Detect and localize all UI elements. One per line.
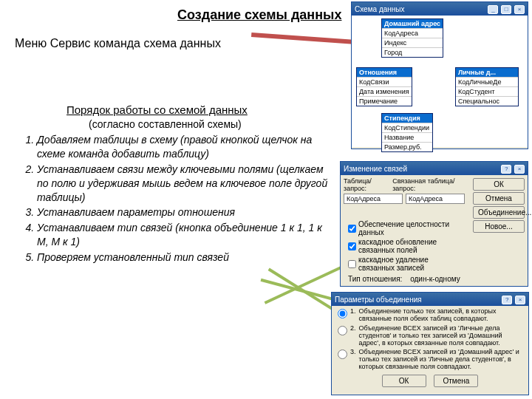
table-name: Отношения <box>357 68 412 77</box>
minimize-icon[interactable]: _ <box>488 5 498 14</box>
menu-path: Меню Сервис команда схема данных <box>15 37 221 50</box>
field[interactable]: Название <box>382 132 432 142</box>
list-item: Устанавливаем тип связей (кнопка объедин… <box>37 221 332 249</box>
field[interactable]: КодЛичныеДе <box>456 77 518 86</box>
window-title: Параметры объединения <box>335 296 422 304</box>
schema-window: Схема данных _ □ × Домашний адрес КодАдр… <box>351 1 528 149</box>
ok-button[interactable]: ОК <box>473 178 525 191</box>
table-box[interactable]: Отношения КодСвязи Дата изменения Примеч… <box>356 67 412 106</box>
steps-subheading: (согласно составленной схемы) <box>89 118 242 130</box>
window-title: Схема данных <box>355 5 405 13</box>
table-name: Домашний адрес <box>382 19 443 28</box>
steps-heading: Порядок работы со схемой данных <box>66 103 248 116</box>
field-cell[interactable]: КодАдреса <box>344 194 403 204</box>
field[interactable]: Специальнос <box>456 96 518 106</box>
radio-join-1[interactable]: 1.Объединение только тех записей, в кото… <box>338 308 522 323</box>
titlebar[interactable]: Схема данных _ □ × <box>352 2 528 16</box>
list-item: Устанавливаем связи между ключевыми поля… <box>37 163 332 205</box>
field[interactable]: Дата изменения <box>357 86 412 96</box>
field[interactable]: КодСвязи <box>357 77 412 86</box>
checkbox-cascade-delete[interactable]: каскадное удаление связанных записей <box>348 256 463 272</box>
join-params-window: Параметры объединения ? × 1.Объединение … <box>331 292 529 395</box>
edit-relationship-window: Изменение связей ? × Таблица/запрос: Свя… <box>340 161 528 287</box>
window-title: Изменение связей <box>344 165 407 173</box>
field[interactable]: КодАдреса <box>382 28 443 38</box>
field[interactable]: Город <box>382 47 443 57</box>
close-icon[interactable]: × <box>514 165 525 174</box>
radio-join-2[interactable]: 2.Объединение ВСЕХ записей из 'Личные де… <box>338 325 522 347</box>
list-item: Проверяем установленный тип связей <box>37 250 332 265</box>
list-item: Добавляем таблицы в схему (правой кнопко… <box>37 133 332 161</box>
label: Таблица/запрос: <box>344 177 388 192</box>
table-name: Личные д... <box>456 68 518 77</box>
titlebar[interactable]: Параметры объединения ? × <box>332 293 528 306</box>
num: 3. <box>350 349 356 356</box>
num: 2. <box>350 325 356 332</box>
field[interactable]: Индекс <box>382 38 443 47</box>
checkbox-integrity[interactable]: Обеспечение целостности данных <box>348 220 463 236</box>
close-icon[interactable]: × <box>515 296 525 304</box>
page-title: Создание схемы данных <box>177 7 341 23</box>
label: Связанная таблица/запрос: <box>392 177 467 192</box>
field[interactable]: Размер,руб. <box>382 142 432 151</box>
table-box[interactable]: Домашний адрес КодАдреса Индекс Город <box>381 18 443 58</box>
relation-type-value: один-к-одному <box>410 275 460 283</box>
titlebar[interactable]: Изменение связей ? × <box>341 162 528 175</box>
field[interactable]: КодСтипендии <box>382 123 432 132</box>
table-name: Стипендия <box>382 114 432 123</box>
help-icon[interactable]: ? <box>502 296 512 304</box>
steps-list: Добавляем таблицы в схему (правой кнопко… <box>15 133 332 266</box>
help-icon[interactable]: ? <box>501 165 511 174</box>
field[interactable]: Примечание <box>357 96 412 106</box>
maximize-icon[interactable]: □ <box>501 5 511 14</box>
table-box[interactable]: Личные д... КодЛичныеДе КодСтудент Специ… <box>455 67 519 106</box>
radio-join-3[interactable]: 3.Объединение ВСЕХ записей из 'Домашний … <box>338 349 522 371</box>
new-button[interactable]: Новое... <box>473 220 525 233</box>
checkbox-cascade-update[interactable]: каскадное обновление связанных полей <box>348 238 463 254</box>
ok-button[interactable]: ОК <box>382 375 426 387</box>
label: Тип отношения: <box>348 275 402 283</box>
field[interactable]: КодСтудент <box>456 86 518 96</box>
cancel-button[interactable]: Отмена <box>434 375 478 387</box>
close-icon[interactable]: × <box>514 5 525 14</box>
join-button[interactable]: Объединение... <box>473 206 525 219</box>
table-box[interactable]: Стипендия КодСтипендии Название Размер,р… <box>381 113 433 152</box>
num: 1. <box>350 308 356 316</box>
field-cell[interactable]: КодАдреса <box>406 194 465 204</box>
cancel-button[interactable]: Отмена <box>473 192 525 205</box>
list-item: Устанавливаем параметры отношения <box>37 205 332 219</box>
